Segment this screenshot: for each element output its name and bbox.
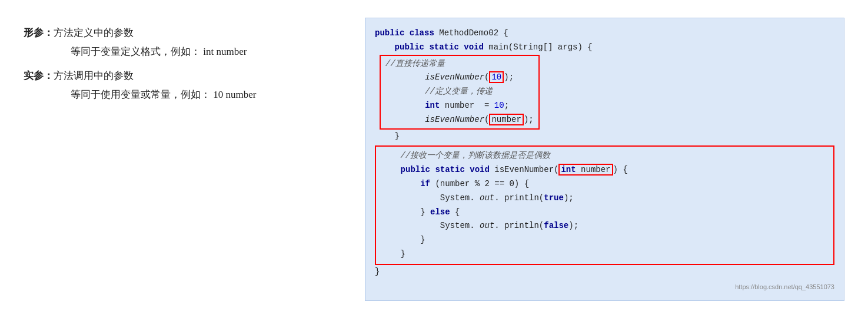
call-isevennumber-2: isEvenNumber(number);: [385, 113, 534, 127]
else-statement: } else {: [381, 206, 829, 220]
method-signature: public static void isEvenNumber(int numb…: [381, 163, 829, 177]
formal-param-label: 形参：: [24, 27, 54, 38]
actual-param-example-prefix: 等同于使用变量或常量，例如：: [71, 89, 211, 100]
true-println: System. out. println(true);: [381, 191, 829, 206]
call-isevennumber-1: isEvenNumber(10);: [385, 71, 534, 85]
class-declaration: public class MethodDemo02 {: [375, 27, 834, 41]
formal-param-example-value: int number: [203, 46, 247, 57]
formal-param-box: int number: [558, 164, 613, 176]
param-number-box: number: [489, 114, 523, 125]
formal-param-example-prefix: 等同于变量定义格式，例如：: [71, 46, 201, 57]
close-method: }: [381, 247, 829, 262]
int-number-line: int number = 10;: [385, 99, 534, 113]
top-highlight-box: //直接传递常量 isEvenNumber(10); //定义变量，传递 int…: [380, 55, 540, 130]
actual-param-desc: 方法调用中的参数: [54, 70, 134, 81]
formal-param-desc: 方法定义中的参数: [54, 27, 134, 38]
comment-define: //定义变量，传递: [385, 85, 534, 99]
code-panel: public class MethodDemo02 { public stati…: [365, 18, 844, 301]
comment-direct: //直接传递常量: [385, 57, 534, 71]
actual-param-label: 实参：: [24, 70, 54, 81]
formal-param-example: 等同于变量定义格式，例如： int number: [24, 42, 353, 61]
actual-param-example-value: 10 number: [213, 89, 256, 100]
param-10-box: 10: [489, 71, 504, 83]
left-panel: 形参：方法定义中的参数 等同于变量定义格式，例如： int number 实参：…: [24, 18, 353, 104]
false-println: System. out. println(false);: [381, 219, 829, 233]
actual-param-heading: 实参：方法调用中的参数: [24, 67, 353, 85]
main-method: public static void main(String[] args) {: [375, 41, 834, 55]
close-class: }: [375, 265, 834, 279]
method-highlight-box: //接收一个变量，判断该数据是否是偶数 public static void i…: [375, 145, 834, 264]
close-else: }: [381, 233, 829, 247]
actual-param-example: 等同于使用变量或常量，例如： 10 number: [24, 85, 353, 104]
close-main: }: [375, 130, 834, 144]
comment-receive: //接收一个变量，判断该数据是否是偶数: [381, 149, 829, 163]
url-watermark: https://blog.csdn.net/qq_43551073: [375, 282, 834, 293]
if-statement: if (number % 2 == 0) {: [381, 177, 829, 191]
formal-param-heading: 形参：方法定义中的参数: [24, 24, 353, 42]
